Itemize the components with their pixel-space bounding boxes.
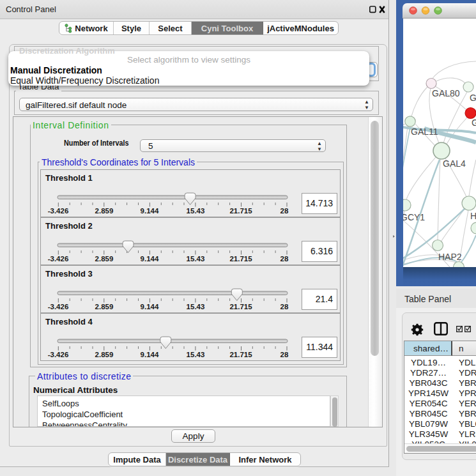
svg-text:GA: GA: [470, 93, 476, 103]
svg-text:GAL80: GAL80: [432, 88, 460, 98]
svg-text:G: G: [472, 118, 476, 128]
svg-text:GCY1: GCY1: [403, 212, 425, 222]
svg-text:GAL11: GAL11: [411, 127, 438, 137]
svg-text:H: H: [470, 211, 476, 221]
svg-text:GAL4: GAL4: [443, 158, 466, 169]
svg-text:HAP2: HAP2: [438, 252, 462, 262]
